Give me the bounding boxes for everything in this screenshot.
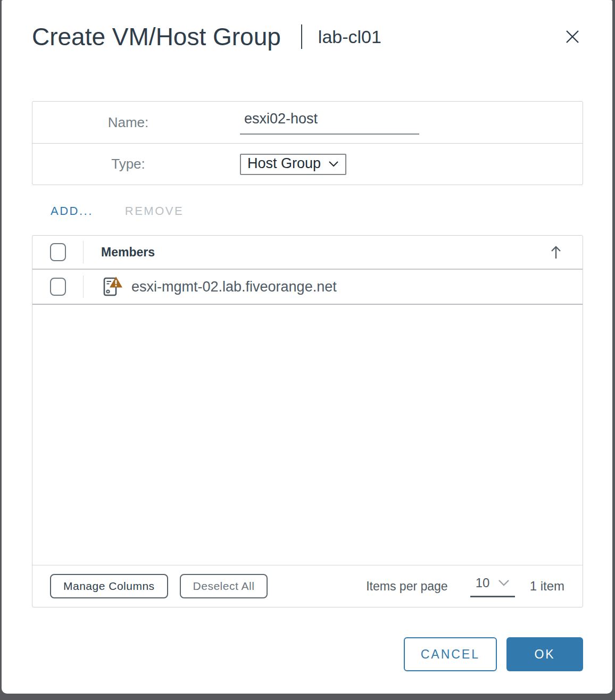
remove-button[interactable]: REMOVE xyxy=(125,204,184,218)
items-per-page-label: Items per page xyxy=(366,579,447,594)
name-input[interactable] xyxy=(240,111,419,135)
type-row: Type: Host Group xyxy=(32,143,583,185)
item-count: 1 item xyxy=(530,579,564,594)
title-divider xyxy=(301,24,302,49)
cancel-button[interactable]: CANCEL xyxy=(404,637,497,671)
close-button[interactable] xyxy=(562,26,583,47)
chevron-down-icon xyxy=(498,579,510,587)
pagination: Items per page 10 1 item xyxy=(366,576,564,597)
dialog-subtitle: lab-cl01 xyxy=(318,27,381,47)
select-all-checkbox[interactable] xyxy=(50,243,66,261)
table-row: esxi-mgmt-02.lab.fiveorange.net xyxy=(32,270,583,305)
add-button[interactable]: ADD... xyxy=(51,204,93,218)
deselect-all-button[interactable]: Deselect All xyxy=(180,574,268,598)
members-column-header[interactable]: Members xyxy=(101,245,155,260)
column-divider xyxy=(83,276,84,298)
type-label: Type: xyxy=(32,156,224,172)
row-checkbox[interactable] xyxy=(50,278,66,296)
members-table: Members xyxy=(32,235,583,607)
group-form: Name: Type: Host Group xyxy=(32,101,583,185)
member-actions: ADD... REMOVE xyxy=(32,204,583,218)
host-with-warning-icon xyxy=(103,276,123,297)
member-name[interactable]: esxi-mgmt-02.lab.fiveorange.net xyxy=(131,279,337,295)
items-per-page-select[interactable]: 10 xyxy=(470,576,515,597)
table-footer: Manage Columns Deselect All Items per pa… xyxy=(32,565,583,607)
dialog-title: Create VM/Host Group xyxy=(32,22,281,51)
table-header-row: Members xyxy=(32,236,583,270)
type-select[interactable]: Host Group xyxy=(240,154,346,175)
manage-columns-button[interactable]: Manage Columns xyxy=(50,574,168,598)
dialog-footer: CANCEL OK xyxy=(32,637,583,671)
chevron-down-icon xyxy=(328,160,339,168)
arrow-up-icon xyxy=(550,244,562,260)
name-row: Name: xyxy=(32,102,583,143)
close-icon xyxy=(564,28,581,45)
name-label: Name: xyxy=(32,114,224,131)
column-divider xyxy=(83,241,84,263)
ok-button[interactable]: OK xyxy=(506,637,583,671)
table-empty-area xyxy=(32,305,583,565)
items-per-page-value: 10 xyxy=(476,576,490,590)
dialog-header: Create VM/Host Group lab-cl01 xyxy=(32,21,583,52)
create-vm-host-group-dialog: Create VM/Host Group lab-cl01 Name: Type… xyxy=(2,0,612,694)
type-select-value: Host Group xyxy=(247,155,321,172)
modal-backdrop: Create VM/Host Group lab-cl01 Name: Type… xyxy=(0,0,615,700)
sort-button[interactable] xyxy=(550,244,562,260)
